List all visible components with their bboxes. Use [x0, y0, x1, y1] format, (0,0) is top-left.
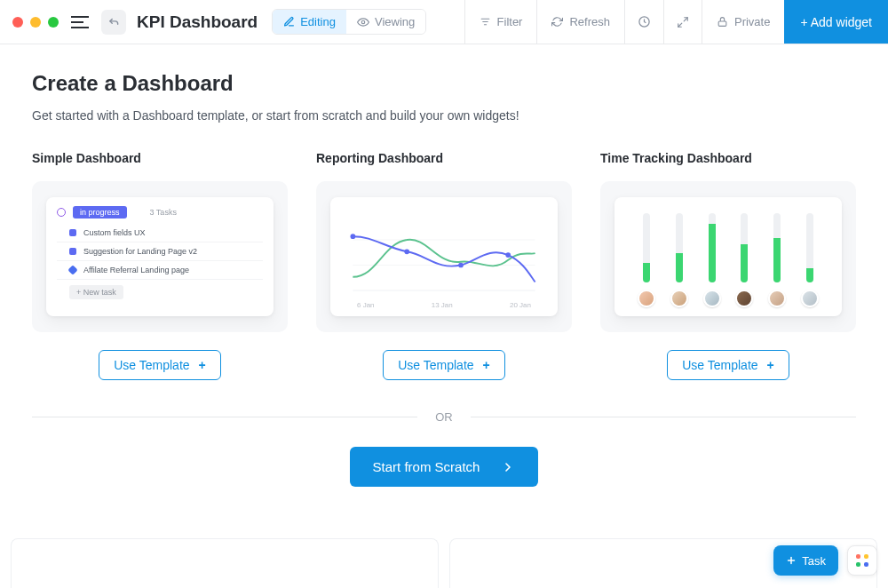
private-button[interactable]: Private: [702, 0, 784, 44]
task-count: 3 Tasks: [150, 208, 177, 217]
bar-chart-preview: [625, 213, 831, 282]
clock-icon: [638, 15, 651, 28]
list-item: Affilate Referral Landing page: [57, 261, 263, 280]
plus-icon: [786, 555, 797, 566]
list-item: Suggestion for Landing Page v2: [57, 242, 263, 261]
new-task-floating-button[interactable]: Task: [773, 545, 838, 576]
avatar: [768, 290, 786, 307]
apps-floating-button[interactable]: [847, 545, 877, 576]
use-template-button[interactable]: Use Template +: [667, 350, 789, 380]
template-reporting-dashboard: Reporting Dashboard: [316, 151, 572, 380]
status-badge: in progress: [73, 206, 127, 219]
filter-icon: [480, 16, 491, 28]
avatar: [670, 290, 688, 307]
x-tick: 20 Jan: [510, 301, 531, 309]
start-from-scratch-button[interactable]: Start from Scratch: [350, 447, 539, 487]
refresh-button[interactable]: Refresh: [536, 0, 624, 44]
avatars-row: [625, 282, 831, 307]
avatar: [801, 290, 819, 307]
plus-icon: +: [483, 358, 490, 372]
fullscreen-button[interactable]: [663, 0, 702, 44]
svg-point-13: [458, 263, 464, 268]
back-button[interactable]: [101, 10, 126, 35]
task-label: Suggestion for Landing Page v2: [83, 247, 197, 256]
template-simple-dashboard: Simple Dashboard in progress 3 Tasks Cus…: [32, 151, 288, 380]
chevron-right-icon: [501, 460, 515, 474]
bottom-panels: [11, 538, 877, 588]
editing-mode-button[interactable]: Editing: [273, 10, 346, 34]
refresh-label: Refresh: [569, 15, 610, 28]
template-time-tracking-dashboard: Time Tracking Dashboard Use Template: [600, 151, 856, 380]
plus-icon: +: [199, 358, 206, 372]
use-template-label: Use Template: [114, 358, 189, 372]
fullscreen-window-icon[interactable]: [48, 17, 59, 28]
or-text: OR: [435, 410, 453, 424]
window-controls: [12, 17, 59, 28]
eye-icon: [357, 16, 369, 28]
svg-line-5: [684, 17, 687, 20]
divider: [32, 417, 417, 417]
template-title: Reporting Dashboard: [316, 151, 572, 165]
pencil-icon: [283, 16, 295, 28]
viewing-mode-label: Viewing: [375, 15, 415, 28]
svg-point-11: [351, 234, 356, 239]
add-widget-label: + Add widget: [800, 15, 872, 29]
minimize-window-icon[interactable]: [30, 17, 41, 28]
svg-point-14: [505, 252, 511, 258]
svg-rect-7: [718, 21, 726, 26]
menu-button[interactable]: [71, 12, 92, 33]
viewing-mode-button[interactable]: Viewing: [346, 10, 425, 34]
list-item: Custom fields UX: [57, 224, 263, 242]
use-template-button[interactable]: Use Template +: [99, 350, 221, 380]
avatar: [703, 290, 721, 307]
avatar: [735, 290, 753, 307]
page-heading: Create a Dashboard: [32, 71, 856, 96]
avatar: [638, 290, 655, 307]
private-label: Private: [734, 15, 770, 28]
add-widget-button[interactable]: + Add widget: [784, 0, 888, 44]
filter-button[interactable]: Filter: [464, 0, 537, 44]
apps-icon: [856, 554, 868, 567]
autorefresh-button[interactable]: [624, 0, 663, 44]
mode-toggle: Editing Viewing: [272, 9, 426, 35]
page-title: KPI Dashboard: [137, 12, 258, 32]
template-title: Time Tracking Dashboard: [600, 151, 856, 165]
close-window-icon[interactable]: [12, 17, 23, 28]
line-chart-preview: [341, 206, 547, 307]
task-label: Affilate Referral Landing page: [83, 266, 189, 274]
template-preview-timetracking[interactable]: [600, 181, 856, 332]
svg-line-6: [678, 23, 682, 27]
filter-label: Filter: [497, 15, 523, 28]
start-from-scratch-label: Start from Scratch: [373, 459, 480, 474]
expand-icon: [677, 16, 689, 28]
x-tick: 13 Jan: [432, 301, 453, 309]
divider: [471, 417, 856, 417]
template-preview-reporting[interactable]: 6 Jan 13 Jan 20 Jan: [316, 181, 572, 332]
task-label: Custom fields UX: [83, 228, 146, 237]
svg-point-12: [404, 249, 409, 254]
template-title: Simple Dashboard: [32, 151, 288, 165]
use-template-label: Use Template: [682, 358, 757, 372]
plus-icon: +: [767, 358, 774, 372]
x-tick: 6 Jan: [357, 301, 375, 309]
collapse-icon: [57, 208, 66, 217]
use-template-button[interactable]: Use Template +: [383, 350, 505, 380]
lock-icon: [717, 16, 728, 28]
svg-point-0: [361, 20, 365, 24]
page-subheading: Get started with a Dashboard template, o…: [32, 108, 856, 123]
editing-mode-label: Editing: [300, 15, 336, 28]
use-template-label: Use Template: [398, 358, 473, 372]
new-task-button: + New task: [69, 285, 123, 299]
refresh-icon: [551, 16, 563, 28]
task-chip-label: Task: [802, 554, 826, 568]
template-preview-simple[interactable]: in progress 3 Tasks Custom fields UX Sug…: [32, 181, 288, 332]
